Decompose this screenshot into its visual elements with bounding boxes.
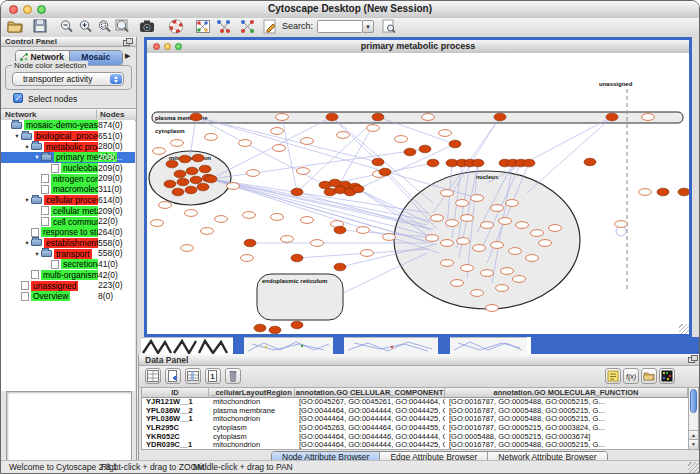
- expand-triangle-icon[interactable]: ▼: [33, 251, 41, 257]
- network-node[interactable]: [269, 326, 281, 334]
- network-node[interactable]: [639, 189, 652, 196]
- network-node[interactable]: [506, 200, 519, 207]
- tree-item[interactable]: ▼cellular process614(0): [1, 195, 135, 206]
- network-node[interactable]: [584, 158, 596, 166]
- tree-item[interactable]: cell communicat22(0): [1, 216, 135, 227]
- network-node[interactable]: [439, 130, 452, 137]
- network-node[interactable]: [281, 236, 294, 243]
- network-node[interactable]: [457, 238, 470, 245]
- network-node[interactable]: [481, 270, 494, 277]
- network-node[interactable]: [461, 215, 474, 222]
- close-window-icon[interactable]: [9, 5, 18, 14]
- zoom-fit-icon[interactable]: [114, 19, 132, 35]
- network-node[interactable]: [426, 235, 439, 242]
- zoom-in-icon[interactable]: [77, 19, 95, 35]
- network-node[interactable]: [486, 305, 499, 312]
- matrix-icon[interactable]: [659, 368, 675, 384]
- network-node[interactable]: [297, 168, 310, 175]
- network-node[interactable]: [427, 159, 439, 167]
- background-window[interactable]: [344, 337, 438, 354]
- vizmapper-icon[interactable]: [194, 19, 212, 35]
- tree-item[interactable]: multi-organism pro42(0): [1, 270, 135, 281]
- expand-triangle-icon[interactable]: ▼: [23, 197, 31, 203]
- network-node[interactable]: [395, 136, 408, 143]
- network-node[interactable]: [451, 280, 464, 287]
- minimize-window-icon[interactable]: [23, 5, 32, 14]
- network-node[interactable]: [291, 254, 303, 262]
- network-node[interactable]: [337, 132, 350, 139]
- open-icon[interactable]: [6, 19, 24, 35]
- network-node[interactable]: [456, 200, 469, 207]
- layout-edges-icon[interactable]: [239, 19, 257, 35]
- network-node[interactable]: [472, 159, 484, 167]
- network-node[interactable]: [199, 165, 211, 173]
- search-dropdown-icon[interactable]: ▼: [362, 20, 374, 33]
- table-row[interactable]: YLR295Ccytoplasm[GO:0045263, GO:0044464,…: [142, 424, 688, 433]
- search-options-icon[interactable]: [380, 19, 398, 35]
- network-node[interactable]: [606, 113, 618, 121]
- network-node[interactable]: [361, 250, 374, 257]
- table-row[interactable]: YPL036W__1mitochondrion[GO:0044464, GO:0…: [142, 415, 688, 424]
- network-node[interactable]: [446, 220, 459, 227]
- network-node[interactable]: [215, 216, 228, 223]
- network-node[interactable]: [367, 125, 380, 132]
- network-node[interactable]: [151, 220, 164, 227]
- tree-item[interactable]: cellular metabo209(0): [1, 206, 135, 217]
- expand-triangle-icon[interactable]: ▼: [13, 133, 21, 139]
- network-node[interactable]: [159, 202, 172, 209]
- network-node[interactable]: [301, 217, 314, 224]
- network-node[interactable]: [494, 113, 506, 121]
- column-header[interactable]: _cellularLayoutRegion: [209, 388, 295, 398]
- annotation-icon[interactable]: [261, 19, 279, 35]
- network-node[interactable]: [239, 140, 252, 147]
- layout-nodes-icon[interactable]: [215, 19, 233, 35]
- zoom-window-icon[interactable]: [37, 5, 46, 14]
- expand-triangle-icon[interactable]: ▼: [23, 144, 31, 150]
- network-node[interactable]: [441, 260, 454, 267]
- network-canvas[interactable]: plasma membranecytoplasmmitochondrionnuc…: [147, 53, 689, 334]
- network-node[interactable]: [243, 212, 256, 219]
- network-node[interactable]: [516, 222, 529, 229]
- network-node[interactable]: [181, 245, 194, 252]
- tree-item[interactable]: nitrogen compo209(0): [1, 173, 135, 184]
- help-ring-icon[interactable]: [167, 19, 185, 35]
- background-window[interactable]: [244, 337, 333, 354]
- network-node[interactable]: [247, 170, 260, 177]
- network-node[interactable]: [481, 222, 494, 229]
- column-header[interactable]: ID: [142, 388, 209, 398]
- network-node[interactable]: [449, 140, 461, 148]
- network-node[interactable]: [431, 215, 444, 222]
- network-node[interactable]: [311, 240, 324, 247]
- tree-item[interactable]: ▼primary metabo209(...: [1, 152, 135, 163]
- tree-item[interactable]: unassigned223(0): [1, 280, 135, 291]
- table-row[interactable]: YJR121W__1mitochondrion[GO:0045267, GO:0…: [142, 398, 688, 407]
- network-node[interactable]: [441, 190, 454, 197]
- network-node[interactable]: [153, 148, 166, 155]
- network-node[interactable]: [244, 239, 256, 247]
- network-node[interactable]: [383, 234, 396, 241]
- network-node[interactable]: [190, 176, 202, 184]
- network-node[interactable]: [334, 226, 346, 234]
- scrollbar-thumb[interactable]: [690, 389, 697, 413]
- window-resize-grip-icon[interactable]: [688, 462, 699, 473]
- network-node[interactable]: [227, 183, 240, 190]
- network-node[interactable]: [254, 324, 266, 332]
- table-row[interactable]: YPL036W__2plasma membrane[GO:0044464, GO…: [142, 407, 688, 416]
- network-node[interactable]: [164, 180, 176, 188]
- network-node[interactable]: [523, 159, 535, 167]
- tree-column-network[interactable]: Network: [5, 110, 37, 119]
- network-node[interactable]: [419, 145, 431, 153]
- view-minimize-icon[interactable]: [164, 43, 171, 50]
- network-node[interactable]: [172, 188, 184, 196]
- network-node[interactable]: [379, 168, 391, 176]
- network-node[interactable]: [461, 265, 474, 272]
- network-node[interactable]: [273, 145, 286, 152]
- network-node[interactable]: [171, 140, 184, 147]
- network-node[interactable]: [352, 185, 364, 193]
- snapshot-icon[interactable]: [138, 19, 156, 35]
- tree-item[interactable]: macromolecule311(0): [1, 184, 135, 195]
- network-node[interactable]: [166, 160, 178, 168]
- network-graph[interactable]: plasma membranecytoplasmmitochondrionnuc…: [147, 53, 689, 334]
- select-attribute-icon[interactable]: [185, 368, 201, 384]
- float-panel-icon[interactable]: [688, 355, 698, 363]
